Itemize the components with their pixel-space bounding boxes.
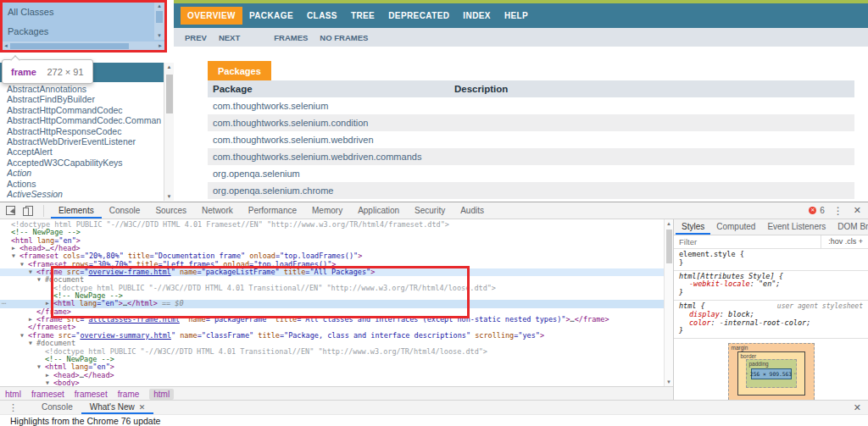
- package-link[interactable]: org.openqa.selenium.chrome: [213, 185, 333, 196]
- devtools-tab-application[interactable]: Application: [350, 202, 407, 219]
- class-link[interactable]: AbstractHttpCommandCodec.CommandSpec: [7, 115, 161, 125]
- class-link[interactable]: ActiveSession: [7, 189, 161, 199]
- scroll-right-icon[interactable]: ►: [158, 41, 163, 51]
- packages-link[interactable]: Packages: [8, 26, 48, 36]
- class-link[interactable]: AbstractHttpResponseCodec: [7, 126, 161, 136]
- box-model-padding[interactable]: padding - 256 × 909.563 -: [746, 359, 797, 388]
- sidebar-tab-computed[interactable]: Computed: [710, 219, 761, 235]
- expand-arrow-icon[interactable]: ▼: [37, 276, 45, 284]
- scrollbar-thumb[interactable]: [166, 75, 173, 113]
- devtools-close-icon[interactable]: ✕: [854, 205, 861, 216]
- dom-tree-node[interactable]: ▶<head>…</head>: [0, 372, 664, 379]
- expand-arrow-icon[interactable]: ▶: [12, 245, 19, 252]
- class-list-scrollbar[interactable]: ▲ ▼: [164, 63, 174, 201]
- devtools-tab-performance[interactable]: Performance: [241, 202, 304, 219]
- scroll-down-icon[interactable]: ▼: [154, 31, 164, 40]
- subnav-link-frames[interactable]: FRAMES: [274, 33, 308, 42]
- class-link[interactable]: AbstractWebDriverEventListener: [7, 136, 161, 147]
- breadcrumb-item-frameset[interactable]: frameset: [31, 390, 64, 399]
- class-link[interactable]: Action: [7, 168, 161, 178]
- styles-filter-input[interactable]: [679, 237, 821, 246]
- nav-tab-package[interactable]: PACKAGE: [242, 7, 300, 25]
- style-rule[interactable]: element.style {}: [674, 249, 868, 271]
- nav-tab-class[interactable]: CLASS: [300, 7, 344, 25]
- devtools-tab-console[interactable]: Console: [102, 202, 148, 219]
- box-model-content[interactable]: 256 × 909.563: [751, 368, 792, 379]
- box-model-border[interactable]: border padding - 256 × 909.563 -: [737, 351, 805, 396]
- box-model-margin[interactable]: margin border padding - 256 × 909.563 -: [728, 343, 815, 400]
- expand-arrow-icon[interactable]: ▼: [37, 363, 45, 371]
- devtools-tab-audits[interactable]: Audits: [453, 202, 492, 219]
- scroll-left-icon[interactable]: ◄: [3, 41, 8, 51]
- devtools-menu-icon[interactable]: ⋮: [833, 205, 843, 217]
- dom-tree-node[interactable]: ▼<body>: [0, 379, 664, 386]
- package-link[interactable]: com.thoughtworks.selenium.condition: [213, 118, 368, 128]
- dom-tree-scrollbar[interactable]: ▲ ▼: [664, 219, 673, 386]
- dom-tree-node[interactable]: ▼<frame src="overview-frame.html" name="…: [0, 268, 664, 276]
- drawer-tab-what-s-new[interactable]: What's New✕: [81, 401, 154, 414]
- all-classes-link[interactable]: All Classes: [8, 7, 53, 17]
- devtools-tab-sources[interactable]: Sources: [147, 202, 194, 219]
- subnav-link-prev[interactable]: PREV: [185, 33, 207, 42]
- sidebar-tab-event-listeners[interactable]: Event Listeners: [761, 219, 832, 235]
- nav-tab-help[interactable]: HELP: [498, 7, 535, 25]
- drawer-close-icon[interactable]: ✕: [854, 402, 861, 413]
- subnav-link-next[interactable]: NEXT: [219, 33, 240, 42]
- class-link[interactable]: AbstractHttpCommandCodec: [7, 105, 161, 115]
- scrollbar-thumb[interactable]: [666, 230, 672, 263]
- drawer-menu-icon[interactable]: ⋮: [8, 402, 18, 413]
- css-property[interactable]: -webkit-locale: "en";: [679, 280, 863, 289]
- close-tab-icon[interactable]: ✕: [139, 401, 146, 414]
- package-link[interactable]: org.openqa.selenium: [213, 169, 300, 179]
- package-link[interactable]: com.thoughtworks.selenium.webdriven.comm…: [213, 152, 421, 162]
- class-link[interactable]: AbstractFindByBuilder: [7, 94, 161, 104]
- sidebar-tab-styles[interactable]: Styles: [676, 219, 710, 235]
- class-link[interactable]: AcceptAlert: [7, 147, 161, 157]
- dom-tree-node[interactable]: ▶<frame src="allclasses-frame.html" name…: [0, 316, 664, 324]
- class-link[interactable]: AbstractAnnotations: [7, 84, 161, 94]
- subnav-link-no-frames[interactable]: NO FRAMES: [320, 33, 368, 42]
- sidebar-tab-dom-breakpoints[interactable]: DOM Breakpoints: [832, 219, 868, 235]
- expand-arrow-icon[interactable]: ▼: [20, 332, 28, 340]
- devtools-tab-memory[interactable]: Memory: [304, 202, 350, 219]
- expand-arrow-icon[interactable]: ▼: [46, 379, 53, 386]
- package-link[interactable]: com.thoughtworks.selenium: [213, 101, 328, 111]
- scrollbar-thumb[interactable]: [10, 43, 129, 49]
- css-property[interactable]: color: -internal-root-color;: [679, 319, 863, 328]
- expand-arrow-icon[interactable]: ▼: [12, 252, 19, 260]
- error-badge[interactable]: ✕ 6: [809, 206, 825, 215]
- nav-tab-index[interactable]: INDEX: [456, 7, 498, 25]
- expand-arrow-icon[interactable]: ▶: [46, 372, 53, 379]
- devtools-tab-security[interactable]: Security: [407, 202, 453, 219]
- style-rule[interactable]: html[Attributes Style] {-webkit-locale: …: [674, 271, 868, 301]
- style-rule[interactable]: html {user agent stylesheetdisplay: bloc…: [674, 301, 868, 339]
- dom-tree-node[interactable]: <!doctype html PUBLIC "-//W3C//DTD HTML …: [0, 221, 664, 229]
- package-link[interactable]: com.thoughtworks.selenium.webdriven: [213, 135, 374, 145]
- device-toolbar-icon[interactable]: [25, 206, 33, 216]
- frame-vertical-scrollbar[interactable]: ▲ ▼: [154, 2, 164, 40]
- expand-arrow-icon[interactable]: ▼: [29, 340, 36, 347]
- dom-tree-node[interactable]: ⋯▶<html lang="en">…</html> == $0: [0, 300, 664, 307]
- expand-arrow-icon[interactable]: ▼: [20, 261, 28, 268]
- class-link[interactable]: AcceptedW3CCapabilityKeys: [7, 158, 161, 168]
- dom-tree-node[interactable]: <!-- NewPage -->: [0, 229, 664, 236]
- breadcrumb-item-frame[interactable]: frame: [118, 390, 140, 399]
- scroll-up-icon[interactable]: ▲: [665, 219, 673, 228]
- nav-tab-overview[interactable]: OVERVIEW: [181, 7, 242, 25]
- dom-tree-node[interactable]: <html lang="en">: [0, 237, 664, 245]
- node-menu-icon[interactable]: ⋯: [2, 300, 5, 307]
- scrollbar-thumb[interactable]: [156, 11, 163, 23]
- nav-tab-tree[interactable]: TREE: [344, 7, 381, 25]
- breadcrumb-item-frameset[interactable]: frameset: [75, 390, 108, 399]
- breadcrumb-item-html[interactable]: html: [5, 390, 21, 399]
- scroll-up-icon[interactable]: ▲: [154, 2, 164, 10]
- scroll-down-icon[interactable]: ▼: [164, 192, 174, 201]
- class-link[interactable]: Actions: [7, 179, 161, 189]
- dom-tree-node[interactable]: ▼<frame src="overview-summary.html" name…: [0, 332, 664, 340]
- styles-toggle-buttons[interactable]: :hov .cls +: [821, 235, 868, 248]
- drawer-tab-console[interactable]: Console: [33, 401, 81, 414]
- frame-horizontal-scrollbar[interactable]: ◄ ►: [2, 41, 164, 51]
- expand-arrow-icon[interactable]: ▼: [29, 268, 36, 276]
- nav-tab-deprecated[interactable]: DEPRECATED: [381, 7, 456, 25]
- scroll-up-icon[interactable]: ▲: [164, 63, 174, 71]
